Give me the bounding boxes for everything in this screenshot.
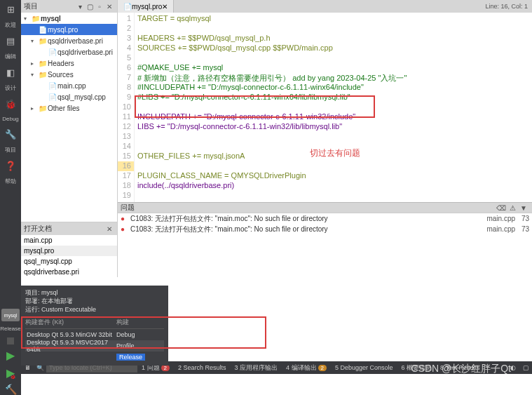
issues-funnel-icon[interactable]: ▼ (518, 204, 529, 212)
status-progress-icon[interactable]: ◐ (507, 364, 519, 371)
highlight-box (135, 95, 375, 118)
project-tree: ▾📁mysql 📄mysql.pro ▾📁qsqldriverbase.pri … (21, 13, 117, 222)
code-editor[interactable]: 12345678910111213141516171819 TARGET = q… (118, 13, 532, 202)
status-item[interactable]: 6 概要信息 (397, 363, 437, 373)
code-area[interactable]: TARGET = qsqlmysql HEADERS += $$PWD/qsql… (135, 13, 532, 202)
opendocs-close-icon[interactable]: ✕ (104, 225, 114, 233)
open-doc-item[interactable]: mysql.pro (21, 246, 117, 256)
welcome-icon[interactable]: ⊞ (3, 1, 18, 17)
issues-title: 问题 (121, 203, 135, 213)
open-docs-header: 打开文档 ✕ (21, 222, 117, 235)
kit-deploy: 部署: 在本地部署 (25, 297, 164, 305)
status-item[interactable]: 2 Search Results (174, 364, 231, 371)
release-label: Release (0, 326, 20, 332)
tree-pro[interactable]: 📄mysql.pro (21, 24, 117, 35)
kits-highlight (21, 316, 266, 349)
activity-bar: ⊞ 欢迎 ▤ 编辑 ◧ 设计 🐞 Debug 🔧 项目 ❓ 帮助 mysql R… (0, 0, 21, 395)
kit-row[interactable]: Release (25, 352, 164, 363)
edit-icon[interactable]: ▤ (3, 33, 18, 48)
kit-selector[interactable]: mysql (1, 309, 20, 321)
debug-icon[interactable]: 🐞 (3, 96, 18, 112)
editor-tabs: 📄 mysql.pro ✕ Line: 16, Col: 1 (118, 0, 532, 13)
status-item[interactable]: 8 Test Results (436, 364, 484, 371)
tree-root[interactable]: ▾📁mysql (21, 13, 117, 24)
tree-headers[interactable]: ▸📁Headers (21, 58, 117, 69)
edit-label: 编辑 (5, 53, 16, 60)
issues-filter-icon[interactable]: ⚠ (507, 204, 518, 212)
status-item[interactable]: 4 编译输出2 (282, 363, 331, 373)
line-col-info: Line: 16, Col: 1 (485, 3, 532, 10)
tree-qsqlcpp[interactable]: 📄qsql_mysql.cpp (21, 91, 117, 102)
kit-run: 运行: Custom Executable (25, 305, 164, 314)
open-docs-title: 打开文档 (24, 224, 52, 234)
status-item[interactable]: 5 Debugger Console (331, 364, 397, 371)
debug-label: Debug (2, 116, 19, 122)
status-item[interactable]: 3 应用程序输出 (231, 363, 282, 373)
issues-clear-icon[interactable]: ⌫ (496, 204, 507, 212)
tree-sources[interactable]: ▾📁Sources (21, 69, 117, 80)
gutter: 12345678910111213141516171819 (118, 13, 135, 202)
tree-drvbase-pri[interactable]: 📄qsqldriverbase.pri (21, 46, 117, 58)
open-docs-pane: 打开文档 ✕ main.cpp mysql.pro qsql_mysql.cpp… (21, 222, 118, 277)
sync-icon[interactable]: ▢ (85, 3, 95, 11)
editor-tab[interactable]: 📄 mysql.pro ✕ (118, 0, 174, 13)
tree-other[interactable]: ▸📁Other files (21, 102, 117, 114)
open-doc-item[interactable]: main.cpp (21, 235, 117, 246)
build-button[interactable]: 🔨 (5, 384, 17, 395)
project-title: 项目 (24, 1, 38, 11)
issues-header: 问题 ⌫ ⚠ ▼ (118, 202, 532, 213)
filter-icon[interactable]: ▾ (75, 3, 85, 11)
project-icon[interactable]: 🔧 (3, 126, 18, 142)
collapse-icon[interactable]: ▫ (95, 3, 104, 11)
open-doc-item[interactable]: qsql_mysql.cpp (21, 256, 117, 267)
kit-project: 项目: mysql (25, 288, 164, 297)
project-pane: 项目 ▾ ▢ ▫ ✕ ▾📁mysql 📄mysql.pro ▾📁qsqldriv… (21, 0, 118, 222)
project-label: 项目 (5, 146, 16, 154)
open-doc-item[interactable]: qsqldriverbase.pri (21, 267, 117, 277)
welcome-label: 欢迎 (5, 21, 16, 29)
annotation-text: 切过去有问题 (310, 147, 360, 159)
editor-pane: 📄 mysql.pro ✕ Line: 16, Col: 1 123456789… (118, 0, 532, 222)
kits-area: 项目: mysql 部署: 在本地部署 运行: Custom Executabl… (21, 277, 532, 361)
project-header: 项目 ▾ ▢ ▫ ✕ (21, 0, 117, 13)
tree-drvbase[interactable]: ▾📁qsqldriverbase.pri (21, 35, 117, 46)
tree-main[interactable]: 📄main.cpp (21, 80, 117, 91)
design-label: 设计 (5, 84, 16, 92)
status-close-icon[interactable]: ▢ (519, 364, 532, 371)
debug-run-button[interactable]: ▶🐞 (6, 366, 15, 380)
pane-close-icon[interactable]: ✕ (104, 3, 114, 11)
help-label: 帮助 (5, 178, 16, 185)
help-icon[interactable]: ❓ (3, 158, 18, 173)
run-button[interactable]: ▶ (6, 349, 15, 362)
design-icon[interactable]: ◧ (3, 65, 18, 80)
target-icon[interactable] (7, 337, 14, 344)
